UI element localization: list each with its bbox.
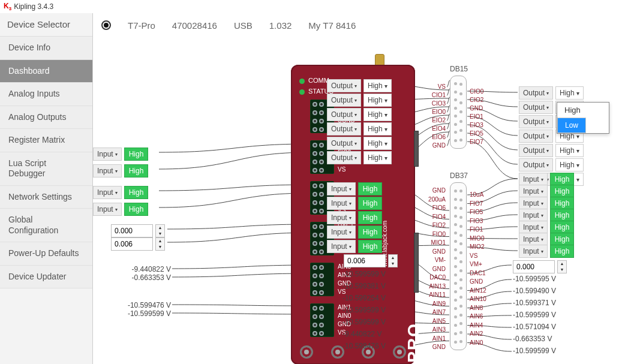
state-badge[interactable]: High — [550, 197, 575, 210]
state-select[interactable]: High ▾ — [363, 94, 392, 107]
output-mode-button[interactable]: Output ▾ — [519, 101, 553, 114]
db37-right-dac-spinner[interactable]: ▲▼ — [557, 260, 567, 273]
state-badge[interactable]: High — [550, 245, 575, 258]
input-mode-button[interactable]: Input ▾ — [327, 225, 356, 239]
db37-left-ain-3: -10.599599 V — [342, 306, 386, 314]
state-badge[interactable]: High — [550, 209, 575, 222]
state-badge[interactable]: High — [550, 233, 575, 246]
input-mode-button[interactable]: Input ▾ — [519, 173, 548, 186]
output-mode-button[interactable]: Output ▾ — [327, 137, 361, 150]
db37-left-ain-2: -10.599254 V — [342, 294, 386, 302]
dac0-input[interactable] — [111, 237, 153, 251]
sidebar-item-network-settings[interactable]: Network Settings — [0, 186, 92, 209]
db37-left-pin-9: GND — [422, 265, 446, 273]
output-mode-button[interactable]: Output ▾ — [519, 86, 553, 100]
dropdown-option-low[interactable]: Low — [557, 118, 586, 133]
state-badge[interactable]: High — [550, 185, 575, 198]
state-dropdown[interactable]: High Low — [557, 102, 609, 134]
input-mode-button[interactable]: Input ▾ — [93, 148, 122, 161]
state-select[interactable]: High ▾ — [363, 79, 392, 92]
state-select[interactable]: High ▾ — [363, 108, 392, 121]
input-mode-button[interactable]: Input ▾ — [327, 211, 356, 224]
state-badge[interactable]: High — [124, 186, 149, 199]
output-mode-button[interactable]: Output ▾ — [519, 144, 553, 157]
output-mode-button[interactable]: Output ▾ — [519, 158, 553, 172]
device-radio[interactable] — [101, 20, 111, 30]
input-mode-button[interactable]: Input ▾ — [519, 185, 548, 198]
state-select[interactable]: High ▾ — [363, 122, 392, 136]
state-select[interactable]: High ▾ — [555, 144, 584, 157]
sidebar-item-lua-script-debugger[interactable]: Lua Script Debugger — [0, 152, 92, 186]
input-mode-button[interactable]: Input ▾ — [327, 240, 356, 253]
db37-left-pin-0: GND — [422, 186, 446, 195]
state-badge[interactable]: High — [124, 203, 149, 216]
state-badge[interactable]: High — [358, 197, 383, 210]
dac0-spinner[interactable]: ▲▼ — [155, 237, 165, 251]
device-bar: T7-Pro 470028416 USB 1.032 My T7 8416 — [93, 13, 634, 37]
sidebar-item-analog-inputs[interactable]: Analog Inputs — [0, 83, 92, 106]
state-select[interactable]: High ▾ — [363, 137, 392, 150]
db15-left-pin-eio0: EIO0 — [424, 108, 446, 116]
input-mode-button[interactable]: Input ▾ — [93, 186, 122, 199]
state-badge[interactable]: High — [358, 240, 383, 253]
pin-labels-blk5: AIN3AIN2GNDVS — [338, 263, 351, 296]
db37-right-dac-input[interactable] — [513, 260, 555, 273]
input-mode-button[interactable]: Input ▾ — [327, 182, 356, 195]
state-select[interactable]: High ▾ — [363, 151, 392, 164]
output-mode-button[interactable]: Output ▾ — [327, 79, 361, 92]
state-select[interactable]: High ▾ — [555, 86, 584, 100]
db15-connector — [450, 76, 467, 149]
input-mode-button[interactable]: Input ▾ — [93, 203, 122, 216]
device-serial: 470028416 — [172, 20, 217, 31]
output-mode-button[interactable]: Output ▾ — [327, 122, 361, 136]
db37-right-pin-6: MIO2 — [470, 243, 484, 251]
input-mode-button[interactable]: Input ▾ — [519, 233, 548, 246]
input-mode-button[interactable]: Input ▾ — [93, 164, 122, 178]
sidebar-item-analog-outputs[interactable]: Analog Outputs — [0, 106, 92, 130]
sidebar-item-register-matrix[interactable]: Register Matrix — [0, 129, 92, 152]
dac1-spinner[interactable]: ▲▼ — [155, 224, 165, 237]
db37-left-pin-14: AIN7 — [422, 308, 446, 317]
state-badge[interactable]: High — [124, 148, 149, 161]
dropdown-option-high[interactable]: High — [557, 103, 609, 118]
sidebar-item-dashboard[interactable]: Dashboard — [0, 60, 92, 83]
db37-right-ain-0: -10.599595 V — [513, 275, 556, 283]
state-badge[interactable]: High — [550, 221, 575, 234]
sidebar-item-device-updater[interactable]: Device Updater — [0, 266, 92, 289]
sidebar-item-device-info[interactable]: Device Info — [0, 37, 92, 60]
input-mode-button[interactable]: Input ▾ — [519, 221, 548, 234]
db37-right-pin-2: FIO5 — [470, 208, 483, 216]
db15-left-pin-cio3: CIO3 — [424, 100, 446, 108]
output-mode-button[interactable]: Output ▾ — [327, 108, 361, 121]
db37-right-pin-9: DAC1 — [470, 269, 486, 278]
output-mode-button[interactable]: Output ▾ — [519, 130, 553, 143]
state-badge[interactable]: High — [358, 182, 383, 195]
db37-right-pin-10: GND — [470, 278, 483, 286]
dac1-input[interactable] — [111, 224, 153, 237]
db37-right-pin-12: AIN10 — [470, 295, 486, 303]
state-badge[interactable]: High — [124, 164, 149, 178]
db37-right-pin-14: AIN6 — [470, 312, 483, 321]
input-mode-button[interactable]: Input ▾ — [327, 197, 356, 210]
state-badge[interactable]: High — [550, 173, 575, 186]
output-mode-button[interactable]: Output ▾ — [327, 94, 361, 107]
sidebar-item-global-configuration[interactable]: Global Configuration — [0, 209, 92, 242]
input-mode-button[interactable]: Input ▾ — [519, 197, 548, 210]
state-badge[interactable]: High — [358, 211, 383, 224]
output-mode-button[interactable]: Output ▾ — [327, 151, 361, 164]
db37-left-pin-3: FIO4 — [422, 213, 446, 221]
input-mode-button[interactable]: Input ▾ — [519, 245, 548, 258]
input-mode-button[interactable]: Input ▾ — [519, 209, 548, 222]
state-select[interactable]: High ▾ — [555, 158, 584, 172]
output-mode-button[interactable]: Output ▾ — [519, 115, 553, 128]
db37-right-ain-6: -10.599599 V — [513, 347, 556, 355]
db37-left-pin-8: VM- — [422, 256, 446, 264]
db15-left-pin-eio6: EIO6 — [424, 133, 446, 142]
db37-left-dac-input[interactable] — [344, 254, 386, 267]
db37-right-pin-3: FIO3 — [470, 217, 483, 225]
app-logo: K3 — [4, 2, 11, 11]
db37-left-pin-6: MIO1 — [422, 239, 446, 247]
sidebar-item-power-up-defaults[interactable]: Power-Up Defaults — [0, 242, 92, 266]
state-badge[interactable]: High — [358, 225, 383, 239]
db37-left-dac-spinner[interactable]: ▲▼ — [388, 254, 398, 267]
